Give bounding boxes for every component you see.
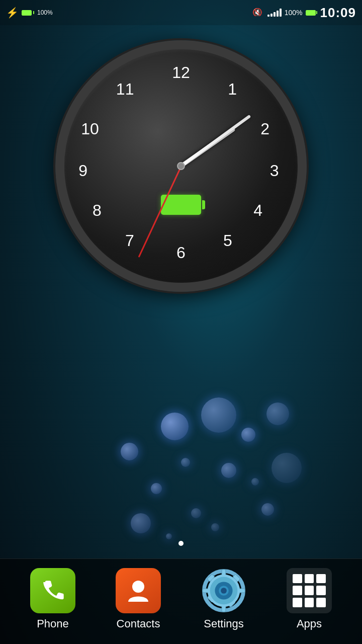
mute-icon: 🔇 [252, 7, 264, 18]
signal-bar-3 [274, 12, 276, 17]
contacts-icon [116, 568, 161, 613]
clock-num-11: 11 [116, 79, 134, 98]
status-time: 10:09 [320, 5, 356, 21]
battery-body [22, 10, 32, 16]
dock-item-contacts[interactable]: Contacts [116, 568, 161, 630]
svg-point-1 [132, 581, 144, 593]
page-dot-1 [178, 541, 184, 546]
apps-label: Apps [297, 617, 322, 630]
clock-num-10: 10 [81, 119, 99, 138]
clock-num-3: 3 [270, 162, 279, 180]
status-left: ⚡ 100% [6, 7, 53, 19]
clock-num-2: 2 [260, 119, 269, 138]
clock-center-dot [177, 162, 185, 170]
battery-percent: 100% [285, 9, 303, 17]
settings-label: Settings [204, 617, 244, 630]
clock-widget: 12 1 2 3 4 5 6 7 8 9 10 11 [55, 40, 307, 292]
apps-dot-5 [305, 586, 314, 595]
signal-bars [267, 9, 282, 17]
apps-dot-7 [293, 598, 302, 607]
clock-num-1: 1 [228, 79, 237, 98]
apps-dot-3 [316, 574, 326, 584]
usb-icon: ⚡ [6, 7, 19, 19]
signal-bar-2 [270, 14, 273, 17]
status-bar: ⚡ 100% 🔇 100% 10:09 [0, 0, 362, 25]
apps-grid [287, 568, 332, 613]
apps-dot-1 [293, 574, 302, 584]
status-right: 🔇 100% 10:09 [252, 5, 356, 21]
clock-num-5: 5 [223, 231, 232, 250]
phone-icon [30, 568, 75, 613]
apps-dot-4 [293, 586, 302, 595]
dock-item-apps[interactable]: Apps [287, 568, 332, 630]
apps-dot-6 [316, 586, 326, 595]
apps-icon [287, 568, 332, 613]
battery-tip [33, 11, 34, 14]
phone-label: Phone [37, 617, 69, 630]
svg-point-15 [221, 588, 227, 594]
battery-percent-small: 100% [37, 10, 53, 16]
settings-icon [201, 568, 246, 613]
signal-bar-5 [280, 9, 282, 17]
dock: Phone Contacts [0, 558, 362, 644]
svg-text:🔇: 🔇 [252, 8, 262, 16]
clock-num-9: 9 [78, 162, 87, 180]
apps-dot-9 [316, 598, 326, 607]
clock-num-4: 4 [253, 201, 262, 220]
clock-num-7: 7 [125, 231, 134, 250]
clock-num-6: 6 [176, 243, 186, 262]
dock-item-settings[interactable]: Settings [201, 568, 246, 630]
signal-bar-1 [267, 15, 269, 17]
signal-bar-4 [277, 11, 279, 17]
status-battery-icon [306, 10, 317, 16]
clock-num-12: 12 [172, 63, 190, 82]
clock-num-8: 8 [93, 201, 102, 220]
bokeh-bubbles [80, 382, 282, 543]
apps-dot-2 [305, 574, 314, 584]
contacts-label: Contacts [117, 617, 160, 630]
apps-dot-8 [305, 598, 314, 607]
clock-face: 12 1 2 3 4 5 6 7 8 9 10 11 [55, 40, 307, 292]
dock-item-phone[interactable]: Phone [30, 568, 75, 630]
top-battery [22, 10, 34, 16]
page-indicator [178, 541, 184, 546]
